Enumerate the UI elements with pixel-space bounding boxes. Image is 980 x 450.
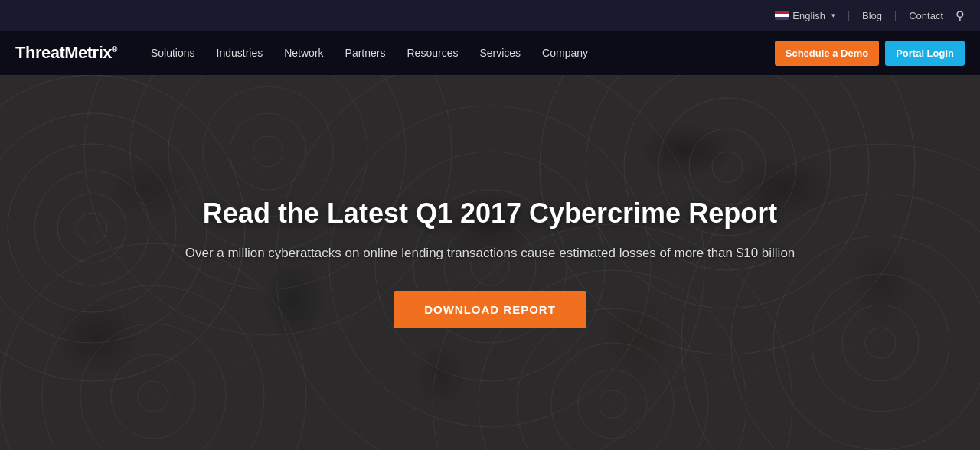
nav-item-services[interactable]: Services [469, 31, 531, 75]
download-report-button[interactable]: DOWNLOAD REPORT [394, 291, 586, 328]
chevron-down-icon: ▾ [831, 11, 835, 19]
hero-section: Read the Latest Q1 2017 Cybercrime Repor… [0, 75, 980, 450]
separator: | [848, 10, 850, 21]
nav-item-network[interactable]: Network [273, 31, 334, 75]
hero-subtitle: Over a million cyberattacks on online le… [185, 243, 795, 263]
search-icon[interactable]: ⚲ [956, 8, 965, 23]
nav-actions: Schedule a Demo Portal Login [775, 41, 965, 66]
contact-link[interactable]: Contact [909, 10, 943, 21]
logo[interactable]: ThreatMetrix® [15, 43, 117, 63]
separator: | [894, 10, 897, 21]
nav-links: Solutions Industries Network Partners Re… [140, 31, 775, 75]
portal-login-button[interactable]: Portal Login [885, 41, 965, 66]
nav-item-resources[interactable]: Resources [397, 31, 469, 75]
language-label: English [792, 10, 825, 21]
language-selector[interactable]: English ▾ [775, 10, 835, 21]
schedule-demo-button[interactable]: Schedule a Demo [775, 41, 879, 66]
hero-title: Read the Latest Q1 2017 Cybercrime Repor… [185, 197, 795, 230]
nav-item-solutions[interactable]: Solutions [140, 31, 206, 75]
hero-content: Read the Latest Q1 2017 Cybercrime Repor… [155, 197, 826, 328]
nav-item-company[interactable]: Company [531, 31, 599, 75]
nav-item-industries[interactable]: Industries [206, 31, 274, 75]
blog-link[interactable]: Blog [862, 10, 882, 21]
main-navbar: ThreatMetrix® Solutions Industries Netwo… [0, 31, 980, 75]
utility-bar: English ▾ | Blog | Contact ⚲ [0, 0, 980, 31]
nav-item-partners[interactable]: Partners [335, 31, 397, 75]
flag-icon [775, 11, 789, 20]
